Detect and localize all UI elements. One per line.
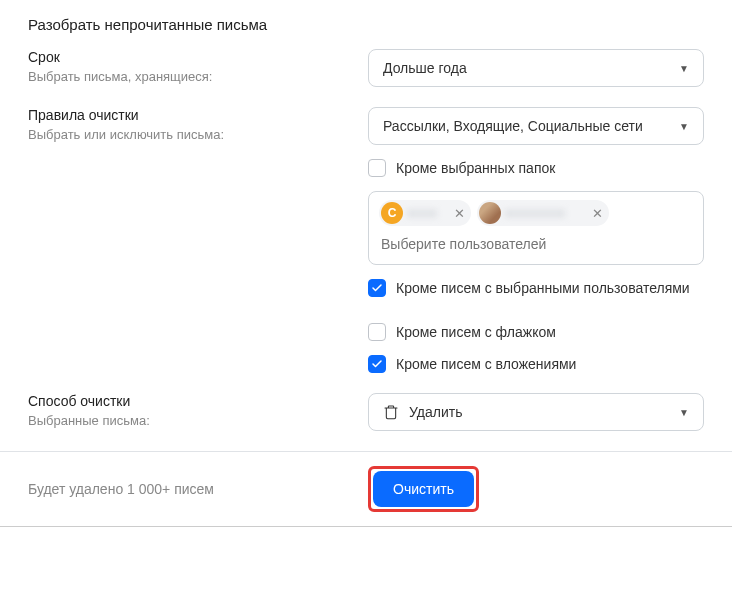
- page-title: Разобрать непрочитанные письма: [28, 16, 704, 33]
- action-highlight-frame: Очистить: [368, 466, 479, 512]
- avatar: С: [381, 202, 403, 224]
- method-row: Способ очистки Выбранные письма: Удалить…: [28, 393, 704, 431]
- exclude-users-row: Кроме писем с выбранными пользователями: [368, 279, 704, 297]
- user-chip: xxxxxxxxxx ✕: [477, 200, 609, 226]
- period-select[interactable]: Дольше года ▼: [368, 49, 704, 87]
- period-row: Срок Выбрать письма, хранящиеся: Дольше …: [28, 49, 704, 87]
- period-select-value: Дольше года: [383, 60, 467, 76]
- user-chips: С xxxxx ✕ xxxxxxxxxx ✕: [379, 200, 693, 226]
- avatar: [479, 202, 501, 224]
- method-select[interactable]: Удалить ▼: [368, 393, 704, 431]
- exclude-users-checkbox[interactable]: [368, 279, 386, 297]
- exclude-attachments-label: Кроме писем с вложениями: [396, 356, 576, 372]
- chip-remove-button[interactable]: ✕: [451, 205, 467, 221]
- chip-label-blurred: xxxxxxxxxx: [505, 206, 585, 220]
- chip-label-blurred: xxxxx: [407, 206, 447, 220]
- check-icon: [371, 282, 383, 294]
- method-select-value: Удалить: [409, 404, 462, 420]
- method-label: Способ очистки: [28, 393, 368, 409]
- clean-button[interactable]: Очистить: [373, 471, 474, 507]
- chevron-down-icon: ▼: [679, 121, 689, 132]
- period-sublabel: Выбрать письма, хранящиеся:: [28, 69, 368, 84]
- exclude-users-label: Кроме писем с выбранными пользователями: [396, 280, 690, 296]
- rules-folders-select[interactable]: Рассылки, Входящие, Социальные сети ▼: [368, 107, 704, 145]
- exclude-attachments-row: Кроме писем с вложениями: [368, 355, 704, 373]
- user-select-input[interactable]: [379, 232, 693, 256]
- exclude-flagged-row: Кроме писем с флажком: [368, 323, 704, 341]
- rules-sublabel: Выбрать или исключить письма:: [28, 127, 368, 142]
- exclude-flagged-checkbox[interactable]: [368, 323, 386, 341]
- rules-folders-value: Рассылки, Входящие, Социальные сети: [383, 118, 643, 134]
- check-icon: [371, 358, 383, 370]
- exclude-flagged-label: Кроме писем с флажком: [396, 324, 556, 340]
- exclude-folders-label: Кроме выбранных папок: [396, 160, 555, 176]
- method-sublabel: Выбранные письма:: [28, 413, 368, 428]
- chip-remove-button[interactable]: ✕: [589, 205, 605, 221]
- exclude-folders-checkbox[interactable]: [368, 159, 386, 177]
- period-label: Срок: [28, 49, 368, 65]
- user-chip: С xxxxx ✕: [379, 200, 471, 226]
- footer-bar: Будет удалено 1 000+ писем Очистить: [0, 451, 732, 527]
- footer-summary: Будет удалено 1 000+ писем: [28, 481, 368, 497]
- exclude-folders-row: Кроме выбранных папок: [368, 159, 704, 177]
- chevron-down-icon: ▼: [679, 407, 689, 418]
- rules-label: Правила очистки: [28, 107, 368, 123]
- trash-icon: [383, 404, 399, 420]
- exclude-attachments-checkbox[interactable]: [368, 355, 386, 373]
- rules-row: Правила очистки Выбрать или исключить пи…: [28, 107, 704, 373]
- chevron-down-icon: ▼: [679, 63, 689, 74]
- user-select-box: С xxxxx ✕ xxxxxxxxxx ✕: [368, 191, 704, 265]
